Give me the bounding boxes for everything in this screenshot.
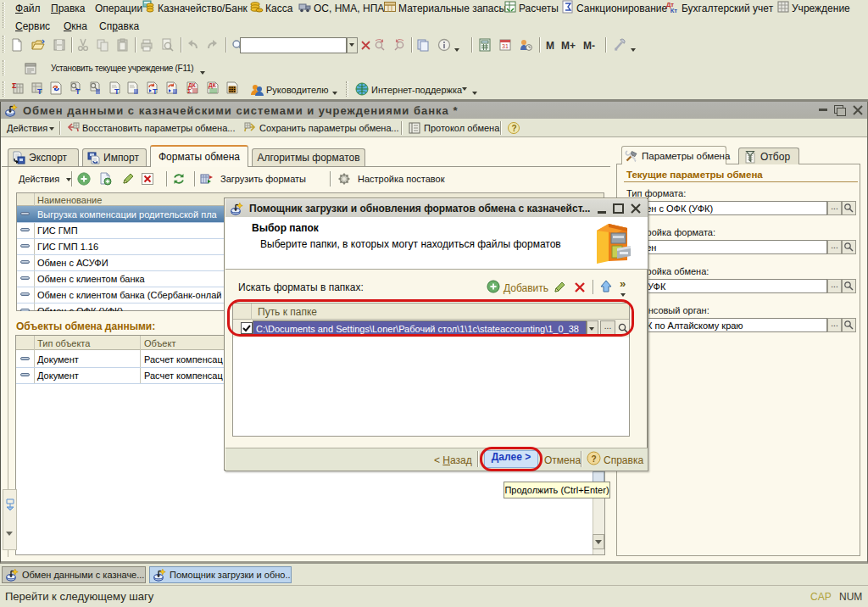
svg-text:?: ?	[512, 124, 517, 133]
svg-text:Σ: Σ	[12, 81, 17, 90]
svg-text:Σ: Σ	[187, 87, 192, 95]
svg-text:T: T	[114, 87, 120, 95]
svg-text:Кт: Кт	[670, 7, 678, 14]
svg-text:31: 31	[502, 43, 509, 49]
svg-text:T: T	[37, 87, 42, 95]
svg-text:T: T	[75, 87, 81, 95]
svg-text:?: ?	[592, 454, 597, 464]
svg-text:ДК: ДК	[209, 82, 216, 89]
svg-text:T: T	[153, 87, 158, 95]
